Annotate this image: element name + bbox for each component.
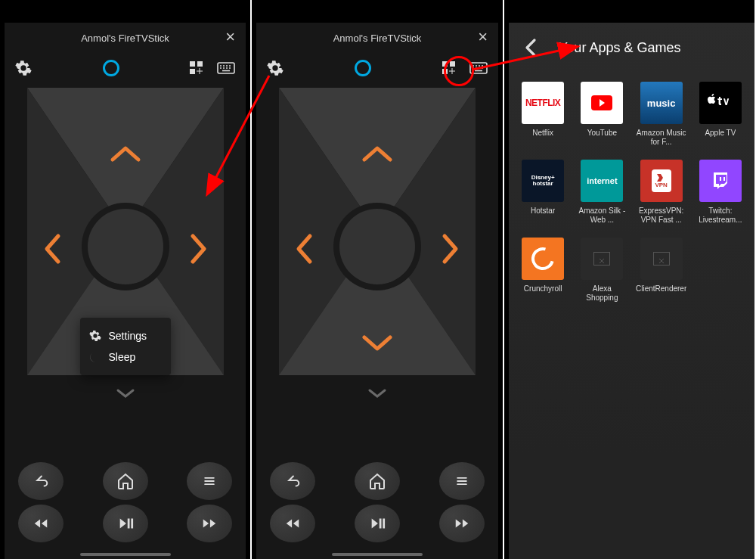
device-title: Anmol's FireTVStick <box>81 33 169 44</box>
rewind-button[interactable] <box>270 505 315 542</box>
app-tile-alexa-shopping[interactable]: Alexa Shopping <box>575 238 628 302</box>
titlebar: Anmol's FireTVStick × <box>256 23 498 53</box>
close-icon[interactable]: × <box>478 29 488 45</box>
fast-forward-button[interactable] <box>187 505 232 542</box>
gear-icon[interactable] <box>15 60 32 76</box>
gear-icon[interactable] <box>267 60 284 76</box>
app-tile-netflix[interactable]: NETFLIX Netflix <box>516 82 569 146</box>
media-controls <box>256 450 498 559</box>
home-button[interactable] <box>355 462 400 500</box>
titlebar: Anmol's FireTVStick × <box>5 23 246 53</box>
alexa-icon[interactable] <box>103 60 119 76</box>
keyboard-icon[interactable] <box>217 61 235 75</box>
device-title: Anmol's FireTVStick <box>333 33 422 44</box>
app-tile-clientrenderer[interactable]: ClientRenderer <box>635 238 688 302</box>
rewind-button[interactable] <box>18 505 64 542</box>
remote-screen-with-popup: Anmol's FireTVStick × <box>5 23 246 559</box>
popup-sleep-item[interactable]: Sleep <box>89 346 162 368</box>
back-button[interactable] <box>270 462 315 500</box>
app-tile-crunchyroll[interactable]: Crunchyroll <box>516 238 569 302</box>
apps-games-screen: Your Apps & Games NETFLIX Netflix YouTub… <box>509 23 754 559</box>
annotation-circle <box>444 56 474 86</box>
home-indicator <box>332 553 423 556</box>
remote-screen: Anmol's FireTVStick × <box>256 23 498 559</box>
menu-button[interactable] <box>439 462 485 500</box>
play-pause-button[interactable] <box>103 505 148 542</box>
play-pause-button[interactable] <box>355 505 400 542</box>
app-tile-amazon-music[interactable]: music Amazon Music for F... <box>635 82 688 146</box>
app-tile-apple-tv[interactable]: Apple TV <box>694 82 747 146</box>
page-title: Your Apps & Games <box>559 40 680 56</box>
fast-forward-button[interactable] <box>439 505 485 542</box>
app-tile-youtube[interactable]: YouTube <box>575 82 628 146</box>
svg-rect-21 <box>720 177 721 181</box>
popup-settings-label: Settings <box>109 330 147 342</box>
app-tile-hotstar[interactable]: Disney+hotstar Hotstar <box>516 160 569 224</box>
home-button[interactable] <box>103 462 148 500</box>
svg-rect-22 <box>723 177 725 181</box>
back-button[interactable] <box>524 38 538 57</box>
menu-button[interactable] <box>187 462 232 500</box>
popup-sleep-label: Sleep <box>109 351 136 363</box>
dpad[interactable] <box>268 88 487 405</box>
app-tile-expressvpn[interactable]: VPN ExpressVPN: VPN Fast ... <box>635 160 688 224</box>
alexa-icon[interactable] <box>355 60 371 76</box>
apps-grid: NETFLIX Netflix YouTube music Amazon Mus… <box>509 73 754 311</box>
media-controls <box>5 450 246 559</box>
settings-popup: Settings Sleep <box>80 318 171 375</box>
close-icon[interactable]: × <box>225 29 235 45</box>
popup-settings-item[interactable]: Settings <box>89 325 162 346</box>
apps-grid-icon[interactable] <box>190 61 203 75</box>
home-indicator <box>80 553 171 556</box>
back-button[interactable] <box>18 462 64 500</box>
app-tile-amazon-silk[interactable]: internet Amazon Silk - Web ... <box>575 160 628 224</box>
app-tile-twitch[interactable]: Twitch: Livestream... <box>694 160 747 224</box>
